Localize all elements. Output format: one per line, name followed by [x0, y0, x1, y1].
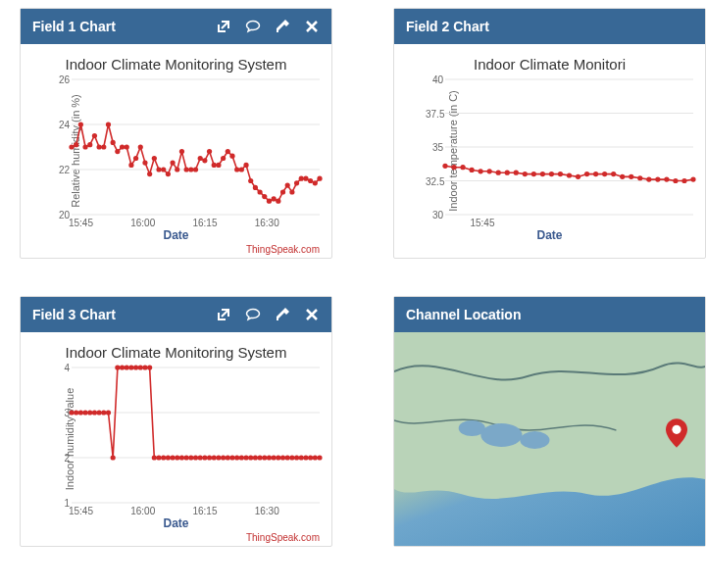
- svg-point-98: [74, 410, 78, 415]
- svg-point-104: [101, 410, 106, 415]
- location-panel: Channel Location: [393, 296, 706, 547]
- close-icon[interactable]: [304, 19, 320, 34]
- svg-point-50: [280, 189, 285, 194]
- chart-title: Indoor Climate Monitori: [404, 56, 695, 73]
- svg-point-13: [111, 140, 116, 145]
- svg-point-108: [120, 365, 125, 369]
- svg-point-105: [106, 410, 111, 415]
- svg-point-132: [229, 455, 234, 460]
- panel-header: Field 2 Chart: [394, 9, 705, 44]
- svg-point-137: [253, 455, 258, 460]
- svg-point-116: [156, 455, 161, 460]
- external-link-icon[interactable]: [216, 307, 231, 322]
- x-tick: 16:15: [192, 218, 217, 228]
- svg-point-5: [74, 142, 78, 147]
- svg-point-145: [289, 455, 294, 460]
- y-tick: 20: [52, 210, 70, 220]
- external-link-icon[interactable]: [216, 19, 231, 34]
- svg-point-83: [611, 172, 616, 176]
- svg-point-141: [272, 455, 277, 460]
- svg-point-97: [69, 410, 74, 415]
- svg-point-82: [602, 172, 607, 176]
- y-tick: 4: [52, 363, 70, 373]
- field1-panel: Field 1 Chart Indoor Climate Monitoring …: [20, 8, 332, 259]
- svg-point-30: [188, 167, 193, 172]
- x-tick: 16:15: [192, 506, 217, 516]
- svg-point-79: [576, 174, 580, 179]
- svg-point-22: [152, 156, 157, 161]
- svg-point-124: [193, 455, 198, 460]
- panel-title: Field 1 Chart: [32, 19, 216, 34]
- svg-point-149: [308, 455, 313, 460]
- svg-point-138: [257, 455, 262, 460]
- svg-point-87: [646, 177, 651, 182]
- svg-point-40: [234, 167, 239, 172]
- svg-point-33: [202, 158, 207, 163]
- svg-point-151: [317, 455, 322, 460]
- svg-point-88: [655, 177, 660, 182]
- comment-icon[interactable]: [245, 307, 261, 322]
- svg-point-74: [531, 172, 536, 176]
- svg-point-78: [567, 172, 572, 177]
- svg-point-146: [294, 455, 299, 460]
- svg-point-119: [170, 455, 175, 460]
- svg-point-15: [120, 144, 125, 149]
- svg-point-102: [92, 410, 97, 415]
- svg-point-46: [262, 194, 267, 199]
- svg-point-17: [128, 163, 133, 168]
- svg-point-117: [161, 455, 166, 460]
- svg-point-56: [308, 178, 313, 183]
- chart-body: Indoor Climate Monitori Indoor temperatu…: [394, 44, 705, 258]
- svg-point-120: [175, 455, 179, 460]
- svg-point-144: [285, 455, 290, 460]
- svg-point-9: [92, 133, 97, 138]
- svg-point-129: [216, 455, 221, 460]
- svg-point-42: [243, 163, 248, 168]
- panel-title: Field 3 Chart: [32, 307, 216, 322]
- svg-point-57: [313, 180, 318, 185]
- svg-point-152: [480, 423, 522, 447]
- y-tick: 30: [426, 210, 443, 220]
- svg-point-155: [672, 425, 681, 434]
- x-tick: 16:00: [130, 218, 155, 228]
- svg-point-55: [303, 176, 308, 181]
- svg-point-106: [111, 455, 116, 460]
- svg-point-41: [239, 167, 244, 172]
- svg-point-43: [248, 178, 253, 183]
- svg-point-112: [138, 365, 143, 369]
- svg-point-77: [558, 172, 563, 176]
- svg-point-125: [198, 455, 203, 460]
- svg-point-51: [285, 183, 290, 188]
- field3-panel: Field 3 Chart Indoor Climate Monitoring …: [20, 296, 332, 547]
- close-icon[interactable]: [304, 307, 320, 322]
- svg-point-128: [212, 455, 217, 460]
- svg-point-110: [128, 365, 133, 369]
- comment-icon[interactable]: [245, 19, 261, 34]
- svg-point-39: [229, 154, 234, 159]
- svg-point-142: [276, 455, 280, 460]
- edit-icon[interactable]: [275, 307, 290, 322]
- svg-point-150: [313, 455, 318, 460]
- panel-title: Channel Location: [406, 307, 693, 322]
- svg-point-45: [257, 189, 262, 194]
- svg-point-69: [487, 169, 492, 173]
- svg-point-23: [156, 167, 161, 172]
- svg-point-92: [690, 177, 695, 182]
- map[interactable]: [394, 332, 705, 546]
- attribution[interactable]: ThingSpeak.com: [246, 244, 320, 255]
- svg-point-49: [276, 199, 280, 204]
- x-axis-label: Date: [21, 228, 331, 242]
- y-tick: 26: [52, 74, 70, 85]
- svg-point-14: [115, 149, 120, 154]
- attribution[interactable]: ThingSpeak.com: [246, 532, 320, 543]
- y-tick: 32.5: [426, 175, 443, 186]
- svg-point-12: [106, 122, 111, 126]
- map-pin-icon: [666, 418, 687, 448]
- x-tick: 15:45: [470, 218, 494, 228]
- y-tick: 2: [52, 453, 70, 464]
- svg-point-38: [226, 149, 230, 154]
- svg-point-47: [267, 199, 272, 204]
- edit-icon[interactable]: [275, 19, 290, 34]
- svg-point-154: [459, 420, 485, 436]
- y-tick: 37.5: [426, 108, 443, 119]
